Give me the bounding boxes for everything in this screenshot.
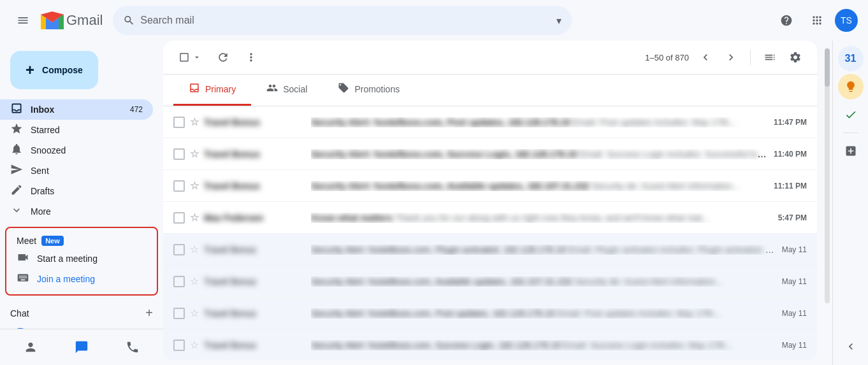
email-checkbox[interactable] bbox=[173, 212, 185, 224]
refresh-button[interactable] bbox=[212, 46, 235, 69]
email-toolbar: 1–50 of 870 bbox=[163, 41, 817, 75]
email-sender: Travel Bonus bbox=[204, 181, 306, 191]
email-time: 5:47 PM bbox=[778, 213, 807, 222]
help-icon[interactable] bbox=[774, 8, 799, 33]
video-icon bbox=[17, 251, 29, 267]
email-sender: Travel Bonus bbox=[204, 245, 306, 255]
sidebar-item-inbox[interactable]: Inbox 472 bbox=[0, 99, 153, 120]
tasks-panel-icon[interactable] bbox=[838, 102, 864, 127]
toolbar-navigation bbox=[694, 46, 742, 69]
gmail-wordmark: Gmail bbox=[66, 12, 103, 29]
email-body: Security Alert: hostelboss.com, Availabl… bbox=[311, 276, 777, 287]
table-row[interactable]: ☆ Travel Bonus Security Alert: hostelbos… bbox=[163, 329, 817, 360]
table-row[interactable]: ☆ Travel Bonus Security Alert: hostelbos… bbox=[163, 297, 817, 329]
right-panel-expand[interactable] bbox=[844, 340, 857, 360]
meet-label: Meet bbox=[17, 236, 36, 246]
more-options-button[interactable] bbox=[240, 46, 263, 69]
star-icon[interactable]: ☆ bbox=[190, 339, 199, 351]
settings-button[interactable] bbox=[784, 46, 807, 69]
tab-social[interactable]: Social bbox=[251, 75, 322, 106]
table-row[interactable]: ☆ Travel Bonus Security Alert: hostelbos… bbox=[163, 138, 817, 170]
email-sender: Travel Bonus bbox=[204, 149, 306, 159]
email-checkbox[interactable] bbox=[173, 276, 185, 287]
star-icon[interactable]: ☆ bbox=[190, 211, 199, 224]
prev-page-button[interactable] bbox=[694, 46, 717, 69]
user-avatar[interactable]: TS bbox=[835, 9, 858, 32]
phone-bottom-icon[interactable] bbox=[120, 334, 145, 360]
star-icon bbox=[10, 122, 23, 138]
sent-label: Sent bbox=[31, 166, 49, 176]
sidebar-item-snoozed[interactable]: Snoozed bbox=[0, 140, 153, 161]
email-list: ☆ Travel Bonus Security Alert: hostelbos… bbox=[163, 106, 817, 360]
scrollbar-track[interactable] bbox=[825, 48, 830, 303]
tab-promotions[interactable]: Promotions bbox=[322, 75, 415, 106]
keep-panel-icon[interactable] bbox=[838, 74, 864, 99]
inbox-icon bbox=[10, 102, 23, 118]
select-all-checkbox[interactable] bbox=[173, 47, 206, 68]
promotions-tab-icon bbox=[338, 82, 349, 96]
start-meeting-item[interactable]: Start a meeting bbox=[6, 248, 157, 269]
table-row[interactable]: ☆ Travel Bonus Security Alert: hostelbos… bbox=[163, 170, 817, 202]
inbox-label: Inbox bbox=[31, 104, 54, 115]
email-checkbox[interactable] bbox=[173, 244, 185, 255]
primary-tab-label: Primary bbox=[205, 84, 236, 94]
email-checkbox[interactable] bbox=[173, 117, 185, 128]
contacts-bottom-icon[interactable] bbox=[18, 334, 43, 360]
email-area: 1–50 of 870 bbox=[163, 41, 817, 360]
email-checkbox[interactable] bbox=[173, 340, 185, 351]
table-row[interactable]: ☆ Travel Bonus Security Alert: hostelbos… bbox=[163, 234, 817, 266]
sent-icon bbox=[10, 163, 23, 179]
search-input[interactable] bbox=[140, 15, 551, 26]
star-icon[interactable]: ☆ bbox=[190, 307, 199, 319]
sidebar-item-sent[interactable]: Sent bbox=[0, 161, 153, 181]
email-body: Security Alert: hostelboss.com, Availabl… bbox=[311, 181, 769, 191]
star-icon[interactable]: ☆ bbox=[190, 180, 199, 192]
star-icon[interactable]: ☆ bbox=[190, 243, 199, 255]
snoozed-label: Snoozed bbox=[31, 145, 66, 155]
scrollbar-area bbox=[822, 41, 832, 365]
email-time: 11:47 PM bbox=[774, 118, 807, 127]
apps-icon[interactable] bbox=[804, 8, 830, 33]
email-time: May 11 bbox=[782, 309, 807, 318]
primary-tab-icon bbox=[189, 82, 200, 96]
chat-add-icon[interactable]: + bbox=[145, 306, 153, 320]
snoozed-icon bbox=[10, 143, 23, 159]
add-panel-icon[interactable] bbox=[838, 138, 864, 164]
email-body: Security Alert: hostelboss.com, Plugin a… bbox=[311, 245, 777, 255]
email-tabs: Primary Social Promotions bbox=[163, 75, 817, 106]
star-icon[interactable]: ☆ bbox=[190, 148, 199, 160]
star-icon[interactable]: ☆ bbox=[190, 116, 199, 128]
email-count: 1–50 of 870 bbox=[645, 53, 689, 62]
next-page-button[interactable] bbox=[720, 46, 742, 69]
email-checkbox[interactable] bbox=[173, 180, 185, 192]
email-sender: Travel Bonus bbox=[204, 117, 306, 127]
chat-label: Chat bbox=[10, 308, 29, 318]
more-chevron-icon bbox=[10, 204, 23, 220]
chat-bottom-icon[interactable] bbox=[69, 334, 94, 360]
menu-icon[interactable] bbox=[10, 8, 36, 33]
starred-label: Starred bbox=[31, 125, 60, 135]
tab-primary[interactable]: Primary bbox=[173, 75, 251, 106]
search-dropdown-icon[interactable]: ▾ bbox=[556, 15, 561, 27]
display-density-button[interactable] bbox=[758, 46, 781, 69]
compose-plus-icon: + bbox=[25, 61, 34, 79]
email-checkbox[interactable] bbox=[173, 148, 185, 160]
calendar-panel-icon[interactable]: 31 bbox=[838, 46, 864, 71]
sidebar-item-drafts[interactable]: Drafts bbox=[0, 181, 153, 201]
drafts-icon bbox=[10, 183, 23, 199]
join-meeting-item[interactable]: Join a meeting bbox=[6, 269, 157, 289]
sidebar-item-starred[interactable]: Starred bbox=[0, 120, 153, 140]
main-layout: + Compose Inbox 472 Starred Snoozed bbox=[0, 41, 868, 365]
email-checkbox[interactable] bbox=[173, 308, 185, 319]
sidebar-item-more[interactable]: More bbox=[0, 201, 153, 222]
email-time: May 11 bbox=[782, 277, 807, 286]
table-row[interactable]: ☆ Travel Bonus Security Alert: hostelbos… bbox=[163, 266, 817, 297]
star-icon[interactable]: ☆ bbox=[190, 275, 199, 287]
compose-button[interactable]: + Compose bbox=[10, 51, 98, 89]
email-time: May 11 bbox=[782, 341, 807, 350]
email-body: Security Alert: hostelboss.com, Post upd… bbox=[311, 308, 777, 318]
search-bar[interactable]: ▾ bbox=[113, 6, 572, 35]
table-row[interactable]: ☆ Max Federsen Know what matters Thank y… bbox=[163, 202, 817, 234]
scrollbar-thumb[interactable] bbox=[825, 48, 830, 87]
table-row[interactable]: ☆ Travel Bonus Security Alert: hostelbos… bbox=[163, 106, 817, 138]
